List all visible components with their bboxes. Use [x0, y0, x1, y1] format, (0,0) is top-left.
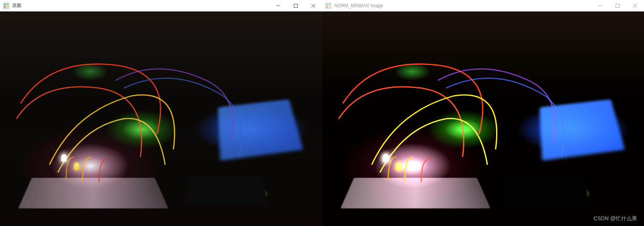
svg-rect-13: [329, 6, 330, 8]
image-content-right: [322, 11, 644, 226]
svg-rect-10: [326, 4, 328, 5]
led-white: [61, 154, 67, 162]
wires: [0, 11, 322, 226]
svg-rect-2: [7, 4, 8, 5]
svg-rect-1: [4, 4, 6, 5]
app-icon: [325, 3, 331, 9]
svg-rect-4: [7, 6, 8, 8]
svg-rect-11: [329, 4, 330, 5]
svg-rect-12: [326, 6, 328, 8]
window-title-left: 原图: [12, 2, 269, 9]
svg-rect-6: [294, 4, 297, 7]
led-white: [383, 154, 388, 162]
titlebar-right[interactable]: NORM_MINMAX image: [322, 0, 644, 11]
image-content-left: [0, 11, 322, 226]
window-original: 原图: [0, 0, 322, 226]
wires: [322, 11, 644, 226]
svg-rect-3: [4, 6, 6, 8]
window-controls-left: [269, 0, 322, 11]
window-title-right: NORM_MINMAX image: [334, 3, 592, 8]
app-icon: [3, 3, 9, 9]
window-normalized: NORM_MINMAX image: [322, 0, 644, 226]
close-button[interactable]: [626, 0, 644, 11]
led-yellow: [74, 163, 79, 170]
svg-rect-15: [616, 4, 619, 7]
minimize-button[interactable]: [591, 0, 609, 11]
maximize-button[interactable]: [609, 0, 626, 11]
titlebar-left[interactable]: 原图: [0, 0, 322, 11]
scene-original: [0, 11, 322, 226]
maximize-button[interactable]: [287, 0, 305, 11]
led-yellow: [396, 163, 401, 170]
scene-normalized: [322, 11, 644, 226]
close-button[interactable]: [305, 0, 322, 11]
window-controls-right: [591, 0, 644, 11]
minimize-button[interactable]: [269, 0, 287, 11]
